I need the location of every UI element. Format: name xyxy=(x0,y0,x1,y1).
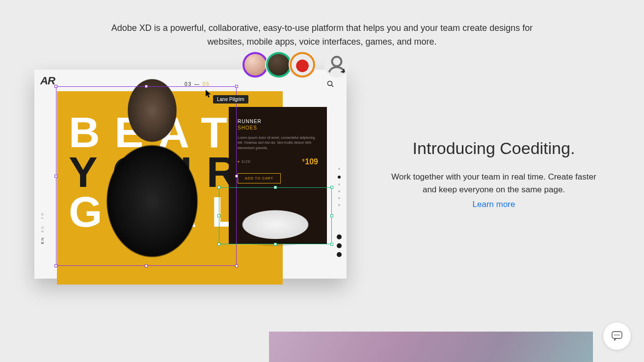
svg-point-0 xyxy=(332,57,341,66)
hero-row: AR 03 — 05 BEAT YOUR GOAL RUNNER SHOES L… xyxy=(0,70,644,279)
design-mock-wrapper: AR 03 — 05 BEAT YOUR GOAL RUNNER SHOES L… xyxy=(34,70,349,279)
social-icons xyxy=(337,234,342,257)
add-to-cart-button[interactable]: ADD TO CART xyxy=(238,173,281,183)
learn-more-link[interactable]: Learn more xyxy=(473,200,515,209)
page-dot[interactable] xyxy=(338,197,340,199)
intro-paragraph: Adobe XD is a powerful, collaborative, e… xyxy=(96,22,548,49)
remote-cursor-name-tag: Lane Pilgrim xyxy=(213,95,248,103)
add-user-icon xyxy=(326,54,348,76)
collaborator-avatar[interactable] xyxy=(290,52,315,78)
svg-point-6 xyxy=(615,335,616,336)
svg-point-3 xyxy=(328,81,332,85)
product-image xyxy=(219,189,332,246)
coediting-heading: Introducing Coediting. xyxy=(388,139,600,158)
product-description: Lorem ipsum dolor sit amet, consectetur … xyxy=(238,135,318,151)
language-switcher[interactable]: EN ES FR xyxy=(40,212,45,244)
instagram-icon[interactable] xyxy=(337,234,342,239)
add-collaborator-button[interactable] xyxy=(324,52,349,78)
coediting-body: Work together with your team in real tim… xyxy=(388,171,600,197)
hero-person-image xyxy=(98,78,206,284)
product-kicker: RUNNER xyxy=(238,119,318,124)
twitter-icon[interactable] xyxy=(337,252,342,257)
page-dot[interactable] xyxy=(338,176,341,179)
collaborator-avatar[interactable] xyxy=(266,52,292,78)
design-canvas: AR 03 — 05 BEAT YOUR GOAL RUNNER SHOES L… xyxy=(34,70,347,279)
product-kicker-accent: SHOES xyxy=(238,125,318,130)
svg-point-7 xyxy=(617,335,618,336)
remote-cursor-icon xyxy=(205,89,212,100)
page-dot[interactable] xyxy=(338,183,340,185)
next-section-image-peek xyxy=(269,332,593,362)
collaborator-avatars xyxy=(244,52,349,78)
chat-button[interactable] xyxy=(603,322,631,350)
collaborator-avatar[interactable] xyxy=(242,52,268,78)
size-selector[interactable]: SIZE xyxy=(238,160,251,164)
svg-point-8 xyxy=(618,335,620,336)
chat-icon xyxy=(611,330,623,342)
page-dot[interactable] xyxy=(338,204,340,206)
search-icon[interactable] xyxy=(327,80,334,89)
product-price: $109 xyxy=(302,157,318,166)
coediting-copy: Introducing Coediting. Work together wit… xyxy=(349,139,610,209)
facebook-icon[interactable] xyxy=(337,243,342,248)
page-dots xyxy=(338,168,341,206)
svg-line-4 xyxy=(332,85,334,87)
page-dot[interactable] xyxy=(338,190,340,192)
brand-logo: AR xyxy=(40,75,55,87)
